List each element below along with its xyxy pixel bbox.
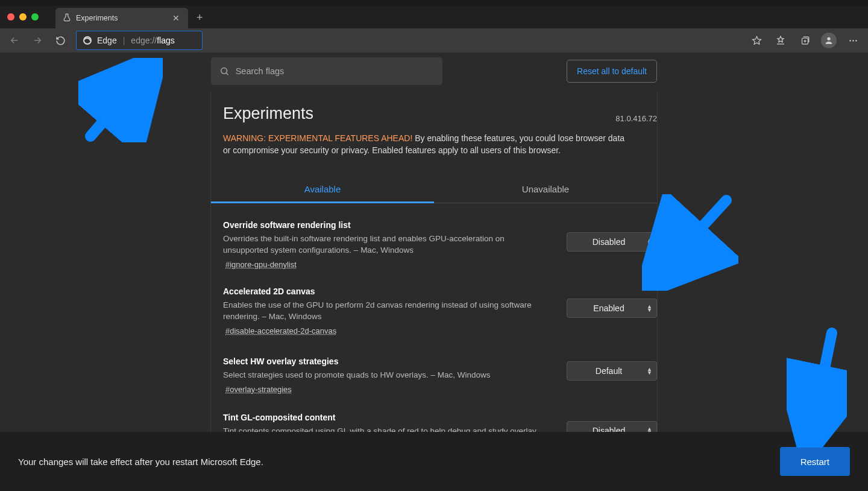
favorites-list-icon[interactable] — [773, 33, 788, 48]
flag-tabs: Available Unavailable — [211, 177, 657, 203]
flag-anchor-link[interactable]: #overlay-strategies — [223, 385, 292, 394]
flask-icon — [63, 13, 71, 24]
search-flags-box[interactable] — [211, 57, 442, 85]
more-menu-button[interactable] — [845, 33, 861, 48]
reset-all-button[interactable]: Reset all to default — [567, 60, 657, 83]
minimize-window-button[interactable] — [19, 13, 27, 21]
site-identity[interactable]: Edge — [83, 36, 117, 45]
flag-description: Enables the use of the GPU to perform 2d… — [223, 300, 536, 323]
svg-point-2 — [827, 37, 830, 40]
svg-point-5 — [855, 40, 857, 41]
flag-title: Accelerated 2D canvas — [223, 287, 536, 296]
favorite-star-icon[interactable] — [749, 33, 764, 48]
page-header: Experiments 81.0.416.72 — [211, 90, 657, 129]
flag-anchor-link[interactable]: #ignore-gpu-denylist — [223, 260, 297, 269]
search-input[interactable] — [236, 66, 434, 76]
tab-unavailable[interactable]: Unavailable — [434, 177, 657, 203]
avatar-icon — [821, 33, 837, 48]
right-divider — [657, 90, 658, 432]
svg-line-8 — [660, 200, 726, 273]
restart-button[interactable]: Restart — [780, 447, 850, 476]
flag-description: Overrides the built-in software renderin… — [223, 233, 536, 256]
flag-row: Select HW overlay strategies Select stra… — [211, 336, 657, 394]
flag-title: Select HW overlay strategies — [223, 356, 490, 366]
tab-title: Experiments — [76, 14, 118, 22]
close-window-button[interactable] — [7, 13, 14, 21]
tab-strip: Experiments ✕ + — [0, 5, 868, 28]
flag-title: Override software rendering list — [223, 220, 536, 230]
footer-message: Your changes will take effect after you … — [18, 457, 263, 467]
flag-select[interactable]: Disabled — [567, 232, 657, 252]
collections-icon[interactable] — [797, 33, 813, 48]
close-tab-button[interactable]: ✕ — [170, 13, 182, 23]
svg-point-6 — [221, 68, 227, 74]
profile-button[interactable] — [821, 33, 837, 48]
warning-text: WARNING: EXPERIMENTAL FEATURES AHEAD! By… — [211, 129, 633, 163]
flag-description: Select strategies used to promote quads … — [223, 370, 490, 381]
flag-select[interactable]: Default — [567, 361, 657, 381]
flag-anchor-link[interactable]: #disable-accelerated-2d-canvas — [223, 326, 336, 335]
annotation-arrow-icon — [78, 58, 163, 142]
left-divider — [210, 90, 211, 432]
page-title: Experiments — [223, 104, 313, 123]
browser-tab[interactable]: Experiments ✕ — [55, 8, 188, 28]
svg-point-3 — [849, 40, 851, 41]
url-text: edge://flags — [131, 36, 174, 45]
window-controls — [7, 13, 39, 21]
version-label: 81.0.416.72 — [615, 114, 657, 123]
restart-footer: Your changes will take effect after you … — [0, 432, 868, 491]
page-content: Reset all to default Experiments 81.0.41… — [0, 52, 868, 491]
flag-select[interactable]: Enabled — [567, 299, 657, 318]
identity-label: Edge — [97, 36, 117, 45]
forward-button[interactable] — [30, 33, 45, 48]
tab-available[interactable]: Available — [211, 177, 434, 203]
svg-point-4 — [852, 40, 854, 41]
mac-menubar-sliver — [0, 0, 868, 5]
refresh-button[interactable] — [53, 33, 68, 48]
address-separator: | — [123, 36, 125, 45]
back-button[interactable] — [7, 33, 22, 48]
fullscreen-window-button[interactable] — [31, 13, 39, 21]
svg-line-9 — [812, 333, 832, 429]
address-bar[interactable]: Edge | edge://flags — [76, 31, 203, 50]
svg-line-7 — [90, 75, 143, 136]
search-icon — [219, 66, 230, 77]
flag-row: Accelerated 2D canvas Enables the use of… — [211, 270, 657, 336]
new-tab-button[interactable]: + — [188, 11, 212, 24]
edge-icon — [83, 36, 92, 45]
flag-title: Tint GL-composited content — [223, 413, 536, 422]
browser-toolbar: Edge | edge://flags — [0, 28, 868, 52]
flag-row: Override software rendering list Overrid… — [211, 203, 657, 270]
controls-row: Reset all to default — [211, 52, 657, 90]
annotation-arrow-icon — [787, 327, 847, 448]
